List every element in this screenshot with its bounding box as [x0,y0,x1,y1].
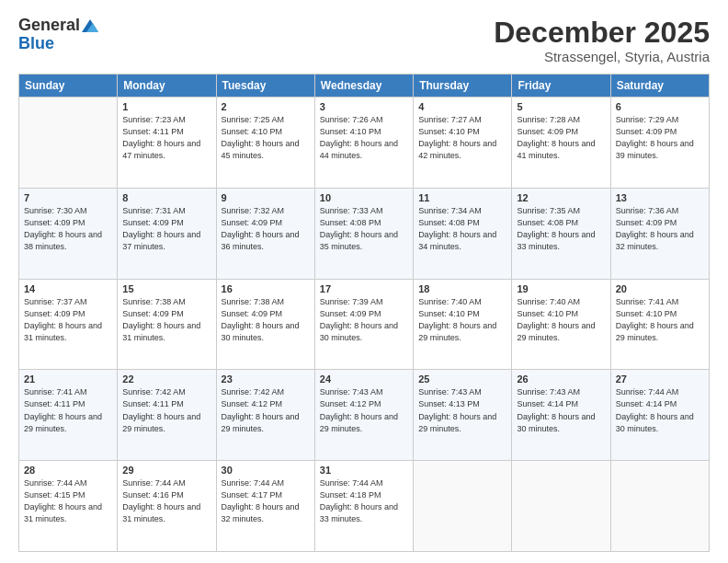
day-info: Sunrise: 7:40 AMSunset: 4:10 PMDaylight:… [418,296,506,344]
day-number: 10 [320,192,408,203]
calendar-cell: 24Sunrise: 7:43 AMSunset: 4:12 PMDayligh… [314,370,413,461]
day-info: Sunrise: 7:44 AMSunset: 4:14 PMDaylight:… [616,386,704,434]
calendar-cell: 28Sunrise: 7:44 AMSunset: 4:15 PMDayligh… [19,461,118,552]
calendar-page: General Blue December 2025 Strassengel, … [0,0,728,563]
weekday-header-saturday: Saturday [610,75,709,98]
day-number: 24 [320,373,408,385]
day-number: 30 [222,465,310,476]
calendar-cell: 16Sunrise: 7:38 AMSunset: 4:09 PMDayligh… [216,279,314,370]
calendar-cell [414,461,512,552]
day-number: 3 [320,101,408,112]
calendar-cell: 31Sunrise: 7:44 AMSunset: 4:18 PMDayligh… [314,461,413,552]
day-number: 4 [418,101,506,112]
day-number: 31 [320,465,408,476]
day-info: Sunrise: 7:43 AMSunset: 4:14 PMDaylight:… [517,386,605,434]
week-row-1: 1Sunrise: 7:23 AMSunset: 4:11 PMDaylight… [19,98,710,189]
day-number: 28 [24,465,112,476]
calendar-cell [512,461,610,552]
day-info: Sunrise: 7:43 AMSunset: 4:13 PMDaylight:… [418,386,506,434]
day-number: 25 [418,373,506,385]
weekday-header-monday: Monday [118,75,216,98]
day-info: Sunrise: 7:27 AMSunset: 4:10 PMDaylight:… [418,114,506,162]
day-info: Sunrise: 7:36 AMSunset: 4:09 PMDaylight:… [616,205,704,253]
day-info: Sunrise: 7:26 AMSunset: 4:10 PMDaylight:… [320,114,408,162]
day-number: 2 [222,101,310,112]
logo-blue-text: Blue [18,35,98,53]
day-info: Sunrise: 7:23 AMSunset: 4:11 PMDaylight:… [122,114,210,162]
day-info: Sunrise: 7:44 AMSunset: 4:18 PMDaylight:… [320,477,408,525]
day-info: Sunrise: 7:38 AMSunset: 4:09 PMDaylight:… [222,296,310,344]
day-info: Sunrise: 7:35 AMSunset: 4:08 PMDaylight:… [517,205,605,253]
day-number: 5 [517,101,605,112]
day-number: 12 [517,192,605,203]
calendar-cell: 1Sunrise: 7:23 AMSunset: 4:11 PMDaylight… [118,98,216,189]
calendar-cell: 23Sunrise: 7:42 AMSunset: 4:12 PMDayligh… [216,370,314,461]
calendar-cell: 27Sunrise: 7:44 AMSunset: 4:14 PMDayligh… [610,370,709,461]
day-info: Sunrise: 7:40 AMSunset: 4:10 PMDaylight:… [517,296,605,344]
day-info: Sunrise: 7:33 AMSunset: 4:08 PMDaylight:… [320,205,408,253]
calendar-cell: 30Sunrise: 7:44 AMSunset: 4:17 PMDayligh… [216,461,314,552]
calendar-cell: 4Sunrise: 7:27 AMSunset: 4:10 PMDaylight… [414,98,512,189]
calendar-cell: 19Sunrise: 7:40 AMSunset: 4:10 PMDayligh… [512,279,610,370]
day-info: Sunrise: 7:30 AMSunset: 4:09 PMDaylight:… [24,205,112,253]
day-info: Sunrise: 7:44 AMSunset: 4:17 PMDaylight:… [222,477,310,525]
day-number: 23 [222,373,310,385]
day-info: Sunrise: 7:28 AMSunset: 4:09 PMDaylight:… [517,114,605,162]
calendar-cell: 10Sunrise: 7:33 AMSunset: 4:08 PMDayligh… [314,188,413,279]
calendar-cell: 20Sunrise: 7:41 AMSunset: 4:10 PMDayligh… [610,279,709,370]
day-number: 21 [24,373,112,385]
calendar-cell: 21Sunrise: 7:41 AMSunset: 4:11 PMDayligh… [19,370,118,461]
day-info: Sunrise: 7:39 AMSunset: 4:09 PMDaylight:… [320,296,408,344]
calendar-cell: 5Sunrise: 7:28 AMSunset: 4:09 PMDaylight… [512,98,610,189]
day-number: 29 [122,465,210,476]
day-number: 1 [122,101,210,112]
day-number: 7 [24,192,112,203]
calendar-cell: 14Sunrise: 7:37 AMSunset: 4:09 PMDayligh… [19,279,118,370]
day-number: 6 [616,101,704,112]
week-row-5: 28Sunrise: 7:44 AMSunset: 4:15 PMDayligh… [19,461,710,552]
day-number: 11 [418,192,506,203]
logo: General Blue [18,17,98,53]
calendar-cell [19,98,118,189]
day-info: Sunrise: 7:41 AMSunset: 4:11 PMDaylight:… [24,386,112,434]
day-info: Sunrise: 7:32 AMSunset: 4:09 PMDaylight:… [222,205,310,253]
calendar-cell: 2Sunrise: 7:25 AMSunset: 4:10 PMDaylight… [216,98,314,189]
week-row-4: 21Sunrise: 7:41 AMSunset: 4:11 PMDayligh… [19,370,710,461]
day-number: 14 [24,283,112,294]
calendar-cell: 6Sunrise: 7:29 AMSunset: 4:09 PMDaylight… [610,98,709,189]
calendar-cell: 22Sunrise: 7:42 AMSunset: 4:11 PMDayligh… [118,370,216,461]
title-block: December 2025 Strassengel, Styria, Austr… [494,17,710,64]
day-number: 18 [418,283,506,294]
day-info: Sunrise: 7:42 AMSunset: 4:11 PMDaylight:… [122,386,210,434]
calendar-cell: 26Sunrise: 7:43 AMSunset: 4:14 PMDayligh… [512,370,610,461]
calendar-cell: 29Sunrise: 7:44 AMSunset: 4:16 PMDayligh… [118,461,216,552]
day-info: Sunrise: 7:44 AMSunset: 4:15 PMDaylight:… [24,477,112,525]
day-info: Sunrise: 7:43 AMSunset: 4:12 PMDaylight:… [320,386,408,434]
day-number: 26 [517,373,605,385]
calendar-table: SundayMondayTuesdayWednesdayThursdayFrid… [18,74,710,552]
weekday-header-wednesday: Wednesday [314,75,413,98]
logo-icon [82,19,98,32]
day-number: 17 [320,283,408,294]
calendar-cell: 25Sunrise: 7:43 AMSunset: 4:13 PMDayligh… [414,370,512,461]
day-number: 15 [122,283,210,294]
calendar-cell: 15Sunrise: 7:38 AMSunset: 4:09 PMDayligh… [118,279,216,370]
calendar-cell: 12Sunrise: 7:35 AMSunset: 4:08 PMDayligh… [512,188,610,279]
day-info: Sunrise: 7:25 AMSunset: 4:10 PMDaylight:… [222,114,310,162]
calendar-cell: 8Sunrise: 7:31 AMSunset: 4:09 PMDaylight… [118,188,216,279]
day-info: Sunrise: 7:41 AMSunset: 4:10 PMDaylight:… [616,296,704,344]
location: Strassengel, Styria, Austria [494,49,710,64]
day-info: Sunrise: 7:44 AMSunset: 4:16 PMDaylight:… [122,477,210,525]
day-number: 13 [616,192,704,203]
weekday-header-friday: Friday [512,75,610,98]
calendar-cell: 17Sunrise: 7:39 AMSunset: 4:09 PMDayligh… [314,279,413,370]
day-info: Sunrise: 7:37 AMSunset: 4:09 PMDaylight:… [24,296,112,344]
day-number: 16 [222,283,310,294]
week-row-3: 14Sunrise: 7:37 AMSunset: 4:09 PMDayligh… [19,279,710,370]
logo-general-text: General [18,17,80,35]
weekday-header-sunday: Sunday [19,75,118,98]
day-number: 27 [616,373,704,385]
day-info: Sunrise: 7:38 AMSunset: 4:09 PMDaylight:… [122,296,210,344]
calendar-cell [610,461,709,552]
month-title: December 2025 [494,17,710,49]
